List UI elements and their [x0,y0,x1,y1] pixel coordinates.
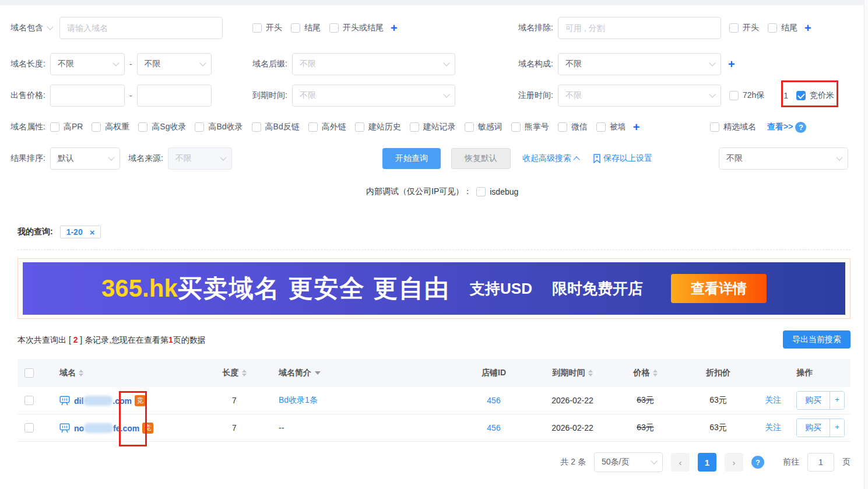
checkbox-attr-3[interactable]: 高Bd收录 [195,122,243,132]
checkbox-attr-6[interactable]: 建站历史 [355,122,401,132]
checkbox-attr-2[interactable]: 高Sg收录 [138,122,186,132]
checkbox-auction[interactable]: 竞价米 [796,90,834,101]
domain-link[interactable]: nofe.com [74,423,139,433]
checkbox[interactable] [252,122,261,132]
search-button[interactable]: 开始查询 [382,148,441,169]
goto-page-input[interactable] [807,453,834,472]
checkbox[interactable] [410,122,419,132]
shop-id-link[interactable]: 456 [487,423,500,432]
column-header-1[interactable]: 长度 [205,367,263,379]
checkbox-contains-2[interactable]: 开头或结尾 [329,23,384,33]
checkbox-72h[interactable]: 72h保 [729,90,764,101]
checkbox-exclude-0[interactable]: 开头 [729,23,759,33]
checkbox[interactable] [308,122,318,132]
checkbox[interactable] [768,23,777,33]
add-icon[interactable]: + [804,22,811,34]
follow-link[interactable]: 关注 [765,395,781,406]
help-icon[interactable]: ? [795,122,806,133]
sort-icon[interactable] [242,367,247,379]
buy-button[interactable]: 购买 [797,419,830,437]
register-select[interactable]: 不限 [558,85,721,107]
caret-down-icon[interactable] [315,371,321,378]
checkbox-attr-0[interactable]: 高PR [50,122,83,132]
checkbox-attr-7[interactable]: 建站记录 [410,122,456,132]
checkbox[interactable] [291,23,300,33]
checkbox[interactable] [50,122,59,132]
save-settings-link[interactable]: 保存以上设置 [593,153,652,164]
follow-link[interactable]: 关注 [765,423,781,433]
checkbox[interactable] [729,91,739,100]
per-page-select[interactable]: 50条/页 [594,452,663,472]
banner-cta-button[interactable]: 查看详情 [671,274,767,303]
buy-button[interactable]: 购买 [797,392,830,409]
query-tag[interactable]: 1-20 × [60,226,101,238]
help-icon[interactable]: ? [751,456,764,469]
sort-select[interactable]: 默认 [50,147,120,170]
sort-icon[interactable] [653,367,658,379]
row-checkbox[interactable] [24,423,34,432]
buy-plus-button[interactable]: + [830,419,844,437]
right-filter-select[interactable]: 不限 [719,147,848,170]
close-icon[interactable]: × [90,228,95,237]
checkbox[interactable] [476,187,486,196]
checkbox-exclude-1[interactable]: 结尾 [768,23,797,33]
row-checkbox[interactable] [24,396,34,405]
length-to-select[interactable]: 不限 [137,53,212,75]
shop-id-link[interactable]: 456 [487,396,500,405]
checkbox[interactable] [138,122,147,132]
checkbox-featured-domains[interactable]: 精选域名 [710,122,756,132]
page-1-button[interactable]: 1 [698,453,716,472]
checkbox[interactable] [465,122,474,132]
sort-icon[interactable] [588,367,593,379]
checkbox[interactable] [596,122,606,132]
prev-page-button[interactable]: ‹ [671,453,690,472]
checkbox-attr-8[interactable]: 敏感词 [465,122,502,132]
buy-plus-button[interactable]: + [830,392,844,409]
checkbox-contains-0[interactable]: 开头 [252,23,282,33]
checkbox-attr-5[interactable]: 高外链 [308,122,346,132]
chevron-down-icon[interactable] [47,23,53,30]
contains-input[interactable] [59,17,223,39]
column-header-4[interactable]: 到期时间 [532,367,613,379]
exclude-input[interactable] [558,17,721,39]
checkbox[interactable] [710,122,719,132]
checkbox-attr-11[interactable]: 被墙 [596,122,626,132]
contains-label[interactable]: 域名包含 [10,23,43,33]
intro-value[interactable]: Bd收录1条 [279,395,318,406]
source-select[interactable]: 不限 [168,147,232,170]
select-all-checkbox[interactable] [24,368,34,378]
export-search-button[interactable]: 导出当前搜索 [783,330,851,349]
expire-select[interactable]: 不限 [292,85,455,107]
checkbox[interactable] [195,122,204,132]
promo-banner[interactable]: 365.hk买卖域名 更安全 更自由 支持USD 限时免费开店 查看详情 [23,262,845,315]
checkbox-attr-4[interactable]: 高Bd反链 [252,122,300,132]
column-header-5[interactable]: 价格 [613,367,677,379]
length-from-select[interactable]: 不限 [50,53,125,75]
column-header-0[interactable]: 域名 [59,367,205,379]
add-icon[interactable]: + [391,22,398,34]
view-featured-link[interactable]: 查看>> [767,122,793,132]
checkbox[interactable] [92,122,101,132]
price-max-input[interactable] [137,85,212,107]
domain-link[interactable]: dil.com [74,396,132,406]
checkbox[interactable] [729,23,739,33]
add-icon[interactable]: + [633,121,640,133]
compose-select[interactable]: 不限 [558,53,721,75]
price-min-input[interactable] [50,85,125,107]
next-page-button[interactable]: › [725,453,743,472]
collapse-advanced-link[interactable]: 收起高级搜索 [522,153,579,164]
checkbox[interactable] [252,23,262,33]
checkbox-isdebug[interactable]: isdebug [476,187,518,196]
checkbox[interactable] [329,23,339,33]
checkbox-attr-1[interactable]: 高权重 [92,122,129,132]
checkbox-attr-10[interactable]: 微信 [558,122,588,132]
checkbox-checked[interactable] [796,91,806,100]
add-icon[interactable]: + [728,58,735,70]
checkbox[interactable] [511,122,521,132]
suffix-select[interactable]: 不限 [292,53,455,75]
sort-icon[interactable] [79,367,83,379]
reset-button[interactable]: 恢复默认 [451,148,511,169]
checkbox-contains-1[interactable]: 结尾 [291,23,321,33]
checkbox[interactable] [558,122,567,132]
checkbox-attr-9[interactable]: 熊掌号 [511,122,549,132]
